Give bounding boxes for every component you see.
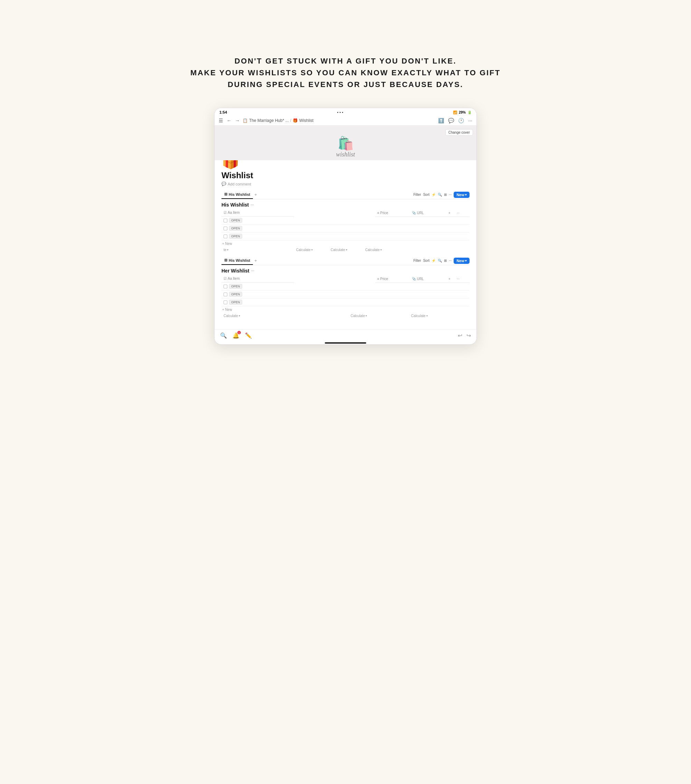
lightning-icon-1[interactable]: ⚡	[432, 193, 436, 196]
his-col-add[interactable]: +	[444, 209, 455, 217]
her-table-header: ☑ Aa Item ≡ Price 📎 URL +	[221, 275, 470, 283]
her-row2-url[interactable]	[410, 290, 444, 298]
share-icon[interactable]: ⬆️	[437, 117, 445, 124]
her-add-new-label: + New	[222, 308, 232, 311]
his-row3-url[interactable]	[410, 232, 444, 240]
his-calc-url[interactable]: Calculate ▾	[328, 247, 363, 253]
her-calc-chip-url[interactable]: Calculate ▾	[411, 314, 428, 318]
her-row3-price[interactable]	[375, 298, 410, 306]
his-calc-extra[interactable]: Calculate ▾	[363, 247, 470, 253]
tagline-line2: MAKE YOUR WISHLISTS SO YOU CAN KNOW EXAC…	[190, 67, 501, 79]
his-row1-checkbox[interactable]	[224, 219, 228, 222]
his-add-new-label: + New	[222, 242, 232, 245]
his-row3-checkbox[interactable]	[224, 234, 228, 238]
his-row1-price[interactable]	[375, 217, 410, 224]
breadcrumb-current-icon: 🎁	[293, 118, 298, 123]
her-row2-item[interactable]: OPEN	[221, 290, 375, 298]
breadcrumb-current[interactable]: Wishlist	[299, 118, 313, 123]
her-row3-item[interactable]: OPEN	[221, 298, 375, 306]
his-row1-url[interactable]	[410, 217, 444, 224]
her-calc-url-label: Calculate	[411, 314, 425, 318]
his-col-url: 📎 URL	[410, 209, 444, 217]
her-calc-chip-price[interactable]: Calculate ▾	[351, 314, 367, 318]
her-row1-checkbox[interactable]	[224, 285, 228, 288]
his-row1-item[interactable]: OPEN	[221, 217, 375, 224]
her-col-add[interactable]: +	[444, 275, 455, 283]
her-row1-price[interactable]	[375, 283, 410, 290]
his-item-col-label[interactable]: Aa Item	[228, 211, 239, 214]
group-icon-2[interactable]: ⊞	[444, 259, 447, 262]
notifications-icon[interactable]: 🔔 1	[233, 332, 239, 339]
his-section-dots[interactable]: ···	[251, 203, 254, 207]
her-calc-url[interactable]: Calculate ▾	[409, 313, 470, 319]
filter-label-1[interactable]: Filter	[413, 193, 421, 196]
filter-label-2[interactable]: Filter	[413, 259, 421, 262]
her-calc-price[interactable]: Calculate ▾	[349, 313, 409, 319]
her-wishlist-tab[interactable]: ⊞ His Wishlist	[221, 256, 253, 265]
her-calc-chip-item[interactable]: Calculate ▾	[224, 314, 240, 318]
his-calc-chip-url[interactable]: Calculate ▾	[331, 248, 347, 252]
his-calc-price[interactable]: Calculate ▾	[294, 247, 328, 253]
comment-small-icon: 💬	[221, 182, 226, 186]
his-calc-chip-price[interactable]: Calculate ▾	[296, 248, 313, 252]
her-row3-url[interactable]	[410, 298, 444, 306]
back-icon[interactable]: ←	[226, 117, 232, 124]
his-row2-checkbox[interactable]	[224, 227, 228, 231]
group-icon-1[interactable]: ⊞	[444, 193, 447, 196]
his-row2-item[interactable]: OPEN	[221, 224, 375, 232]
her-row2-checkbox[interactable]	[224, 293, 228, 296]
her-title-text: Her Wishlist	[221, 268, 249, 273]
her-row1-item[interactable]: OPEN	[221, 283, 375, 290]
his-new-button[interactable]: New ▾	[454, 192, 470, 198]
sort-label-1[interactable]: Sort	[423, 193, 429, 196]
his-calc-chip-item[interactable]: te ▾	[224, 248, 228, 252]
add-comment-button[interactable]: 💬 Add comment	[221, 182, 470, 186]
her-col-more[interactable]: ···	[455, 275, 470, 283]
comment-icon[interactable]: 💬	[447, 117, 455, 124]
edit-icon[interactable]: ✏️	[245, 332, 252, 339]
her-calc-item-label: Calculate	[224, 314, 238, 318]
his-row2-price[interactable]	[375, 224, 410, 232]
his-row3-item[interactable]: OPEN	[221, 232, 375, 240]
his-add-new[interactable]: + New	[221, 240, 470, 247]
his-row2-url[interactable]	[410, 224, 444, 232]
breadcrumb-parent[interactable]: The Marriage Hub* ...	[249, 118, 289, 123]
lightning-icon-2[interactable]: ⚡	[432, 259, 436, 262]
redo-icon[interactable]: ↪	[467, 332, 471, 339]
his-col-more[interactable]: ···	[455, 209, 470, 217]
his-calc-chip-extra[interactable]: Calculate ▾	[365, 248, 382, 252]
his-wishlist-tab[interactable]: ⊞ His Wishlist	[221, 190, 253, 199]
his-row3-price[interactable]	[375, 232, 410, 240]
her-row2-price[interactable]	[375, 290, 410, 298]
wifi-icon: 📶	[453, 110, 457, 114]
menu-icon[interactable]: ☰	[218, 117, 224, 124]
her-row1-url[interactable]	[410, 283, 444, 290]
grid-icon: ⊞	[224, 192, 228, 196]
search-icon-2[interactable]: 🔍	[438, 259, 442, 262]
her-calc-item[interactable]: Calculate ▾	[221, 313, 349, 319]
his-col-price: ≡ Price	[375, 209, 410, 217]
history-icon[interactable]: 🕐	[457, 117, 465, 124]
add-view-button-1[interactable]: +	[253, 192, 259, 197]
sort-label-2[interactable]: Sort	[423, 259, 429, 262]
forward-icon[interactable]: →	[234, 117, 241, 124]
search-bottom-icon[interactable]: 🔍	[220, 332, 227, 339]
search-icon-1[interactable]: 🔍	[438, 193, 442, 196]
her-add-new[interactable]: + New	[221, 306, 470, 313]
her-section-dots[interactable]: ···	[251, 269, 254, 273]
add-view-button-2[interactable]: +	[253, 258, 259, 263]
change-cover-button[interactable]: Change cover	[445, 129, 473, 136]
her-item-col-label[interactable]: Aa Item	[228, 277, 239, 280]
more-options-2[interactable]: ···	[449, 259, 452, 262]
his-calc-price-chevron: ▾	[311, 248, 313, 252]
her-new-button[interactable]: New ▾	[454, 258, 470, 264]
her-row3-checkbox[interactable]	[224, 300, 228, 304]
his-calc-extra-label: Calculate	[365, 248, 380, 252]
his-wishlist-tab-label: His Wishlist	[229, 193, 250, 196]
her-row1-plus	[444, 283, 455, 290]
undo-icon[interactable]: ↩	[458, 332, 462, 339]
her-row1-open: OPEN	[229, 284, 242, 289]
his-calc-item[interactable]: te ▾	[221, 247, 294, 253]
more-options-1[interactable]: ···	[449, 193, 452, 196]
more-icon[interactable]: ···	[467, 117, 473, 124]
